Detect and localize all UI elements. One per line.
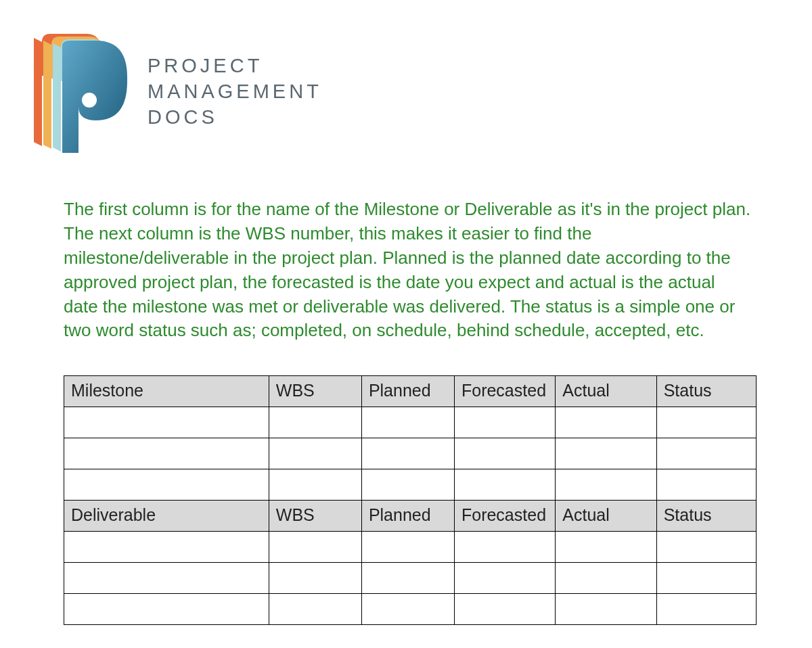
cell [269, 469, 361, 501]
brand-line-3: DOCS [148, 104, 322, 130]
cell [64, 469, 269, 501]
cell [656, 407, 756, 438]
cell [64, 563, 269, 594]
cell [64, 532, 269, 563]
col-header-wbs: WBS [269, 376, 361, 407]
cell [361, 594, 454, 625]
cell [361, 438, 454, 469]
instruction-paragraph: The first column is for the name of the … [34, 198, 778, 343]
cell [454, 532, 555, 563]
cell [269, 438, 361, 469]
deliverable-header-row: Deliverable WBS Planned Forecasted Actua… [64, 501, 757, 532]
cell [656, 594, 756, 625]
table-row [64, 563, 757, 594]
cell [361, 532, 454, 563]
table-row [64, 407, 757, 438]
col-header-wbs: WBS [269, 501, 361, 532]
cell [656, 532, 756, 563]
cell [269, 532, 361, 563]
col-header-actual: Actual [556, 501, 656, 532]
cell [269, 563, 361, 594]
cell [656, 469, 756, 501]
cell [64, 594, 269, 625]
col-header-actual: Actual [556, 376, 656, 407]
cell [556, 532, 656, 563]
cell [269, 407, 361, 438]
cell [361, 469, 454, 501]
cell [361, 407, 454, 438]
status-table-container: Milestone WBS Planned Forecasted Actual … [34, 375, 778, 625]
milestone-header-row: Milestone WBS Planned Forecasted Actual … [64, 376, 757, 407]
cell [64, 407, 269, 438]
table-row [64, 594, 757, 625]
document-header: PROJECT MANAGEMENT DOCS [34, 26, 778, 157]
table-row [64, 469, 757, 501]
cell [556, 594, 656, 625]
cell [556, 469, 656, 501]
svg-point-0 [82, 93, 97, 108]
cell [556, 563, 656, 594]
col-header-planned: Planned [361, 376, 454, 407]
cell [454, 469, 555, 501]
cell [269, 594, 361, 625]
cell [454, 407, 555, 438]
brand-line-2: MANAGEMENT [148, 78, 322, 104]
cell [454, 563, 555, 594]
cell [556, 438, 656, 469]
col-header-planned: Planned [361, 501, 454, 532]
cell [454, 594, 555, 625]
table-row [64, 532, 757, 563]
col-header-forecasted: Forecasted [454, 501, 555, 532]
cell [361, 563, 454, 594]
cell [64, 438, 269, 469]
col-header-status: Status [656, 501, 756, 532]
brand-name: PROJECT MANAGEMENT DOCS [148, 53, 322, 131]
col-header-forecasted: Forecasted [454, 376, 555, 407]
cell [656, 438, 756, 469]
milestone-deliverable-table: Milestone WBS Planned Forecasted Actual … [64, 375, 757, 625]
col-header-deliverable: Deliverable [64, 501, 269, 532]
table-row [64, 438, 757, 469]
col-header-milestone: Milestone [64, 376, 269, 407]
cell [656, 563, 756, 594]
cell [454, 438, 555, 469]
col-header-status: Status [656, 376, 756, 407]
brand-line-1: PROJECT [148, 53, 322, 78]
brand-logo-icon [34, 26, 129, 157]
cell [556, 407, 656, 438]
